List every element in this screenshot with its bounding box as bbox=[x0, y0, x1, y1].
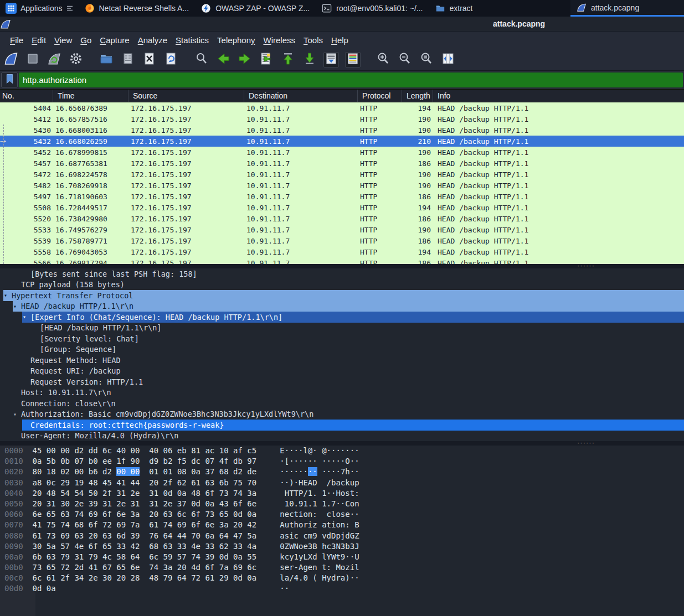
detail-row[interactable]: TCP payload (158 bytes) bbox=[0, 279, 684, 291]
expander-arrow-icon[interactable]: ▾ bbox=[3, 292, 12, 298]
close-file-button[interactable] bbox=[142, 52, 157, 68]
capture-options-button[interactable] bbox=[68, 52, 84, 68]
detail-row[interactable]: ▾Authorization: Basic cm9vdDpjdGZ0ZWNoe3… bbox=[0, 409, 684, 420]
find-packet-button[interactable] bbox=[194, 52, 209, 68]
hex-row[interactable]: 0040 20 48 54 54 50 2f 31 2e 31 0d 0a 48… bbox=[0, 488, 684, 499]
go-last-button[interactable] bbox=[302, 52, 317, 68]
hex-row[interactable]: 0060 6e 65 63 74 69 6f 6e 3a 20 63 6c 6f… bbox=[0, 509, 684, 520]
menu-analyze[interactable]: Analyze bbox=[138, 35, 167, 45]
detail-row[interactable]: Credentials: root:ctftech{passwords-r-we… bbox=[0, 420, 684, 431]
stop-capture-button[interactable] bbox=[25, 52, 40, 68]
pane-splitter-top[interactable] bbox=[0, 264, 684, 268]
hex-row[interactable]: 0000 45 00 00 d2 dd 6c 40 00 40 06 eb 81… bbox=[0, 446, 684, 456]
pane-splitter-bottom[interactable] bbox=[0, 441, 684, 446]
column-header-length[interactable]: Length bbox=[402, 90, 433, 102]
detail-row[interactable]: ▾[Expert Info (Chat/Sequence): HEAD /bac… bbox=[0, 312, 684, 323]
go-to-packet-button[interactable] bbox=[259, 52, 274, 68]
taskbar-window-wireshark[interactable]: attack.pcapng bbox=[570, 0, 684, 17]
packet-row[interactable]: 541216.657857516172.16.175.19710.91.11.7… bbox=[0, 113, 684, 125]
packet-row[interactable]: 545216.678999815172.16.175.19710.91.11.7… bbox=[0, 147, 684, 158]
column-header-protocol[interactable]: Protocol bbox=[358, 90, 402, 102]
auto-scroll-button[interactable] bbox=[323, 52, 339, 68]
packet-row-selected[interactable]: →543216.668026259172.16.175.19710.91.11.… bbox=[0, 136, 684, 147]
hex-row[interactable]: 0050 20 31 30 2e 39 31 2e 31 31 2e 37 0d… bbox=[0, 499, 684, 509]
go-back-button[interactable] bbox=[215, 52, 231, 68]
detail-row[interactable]: Request Version: HTTP/1.1 bbox=[0, 376, 684, 387]
detail-row[interactable]: ▾HEAD /backup HTTP/1.1\r\n bbox=[0, 301, 684, 312]
colorize-button[interactable] bbox=[345, 52, 361, 68]
hex-row[interactable]: 0080 61 73 69 63 20 63 6d 39 76 64 44 70… bbox=[0, 531, 684, 541]
expander-arrow-icon[interactable]: ▾ bbox=[22, 314, 30, 320]
detail-row[interactable]: ▾Hypertext Transfer Protocol bbox=[0, 290, 684, 301]
go-first-button[interactable] bbox=[280, 52, 296, 68]
column-header-destination[interactable]: Destination bbox=[244, 90, 358, 102]
close-file-icon bbox=[142, 51, 157, 68]
menu-telephony[interactable]: Telephony bbox=[217, 35, 255, 45]
hex-row[interactable]: 0030 a8 0c 29 19 48 45 41 44 20 2f 62 61… bbox=[0, 478, 684, 488]
packet-row[interactable]: 545716.687765381172.16.175.19710.91.11.7… bbox=[0, 158, 684, 169]
menu-file[interactable]: File bbox=[10, 35, 23, 45]
packet-row[interactable]: 547216.698224578172.16.175.19710.91.11.7… bbox=[0, 169, 684, 180]
detail-row[interactable]: [HEAD /backup HTTP/1.1\r\n] bbox=[0, 323, 684, 334]
hex-row[interactable]: 00b0 73 65 72 2d 41 67 65 6e 74 3a 20 4d… bbox=[0, 562, 684, 573]
open-file-button[interactable] bbox=[99, 52, 114, 68]
packet-row[interactable]: 548216.708269918172.16.175.19710.91.11.7… bbox=[0, 180, 684, 191]
menu-go[interactable]: Go bbox=[80, 35, 91, 45]
display-filter-input[interactable]: http.authorization bbox=[19, 73, 683, 87]
save-file-button[interactable] bbox=[120, 52, 136, 68]
detail-row[interactable]: [Bytes sent since last PSH flag: 158] bbox=[0, 268, 684, 279]
hex-row[interactable]: 0010 0a 5b 0b 07 b0 ee 1f 90 d9 b2 f5 dc… bbox=[0, 456, 684, 467]
zoom-out-button[interactable] bbox=[397, 52, 413, 68]
menu-help[interactable]: Help bbox=[331, 35, 348, 45]
menu-edit[interactable]: Edit bbox=[32, 35, 46, 45]
zoom-original-button[interactable] bbox=[419, 52, 434, 68]
taskbar-window-folder[interactable]: extract bbox=[429, 0, 479, 17]
menu-capture[interactable]: Capture bbox=[100, 35, 129, 45]
column-header-time[interactable]: Time bbox=[53, 90, 128, 102]
detail-row[interactable]: Request Method: HEAD bbox=[0, 355, 684, 366]
detail-row[interactable]: [Severity level: Chat] bbox=[0, 333, 684, 344]
hex-row[interactable]: 0020 80 18 02 00 b6 d2 00 00 01 01 08 0a… bbox=[0, 467, 684, 477]
resize-columns-button[interactable] bbox=[440, 52, 456, 68]
column-header-info[interactable]: Info bbox=[433, 90, 684, 102]
taskbar-window-firefox[interactable]: Netcat Reverse Shells A... bbox=[79, 0, 196, 17]
detail-row[interactable]: Host: 10.91.11.7\r\n bbox=[0, 387, 684, 398]
hex-row[interactable]: 00d0 0d 0a ·· bbox=[0, 583, 684, 594]
expander-arrow-icon[interactable]: ▾ bbox=[13, 411, 21, 417]
zoom-in-button[interactable] bbox=[376, 52, 391, 68]
expander-arrow-icon[interactable]: ▾ bbox=[13, 303, 21, 309]
packet-row[interactable]: 553916.758789771172.16.175.19710.91.11.7… bbox=[0, 235, 684, 246]
go-forward-button[interactable] bbox=[237, 52, 253, 68]
menu-view[interactable]: View bbox=[54, 35, 72, 45]
cell-info: HEAD /backup HTTP/1.1 bbox=[431, 259, 684, 265]
packet-row[interactable]: 549716.718190603172.16.175.19710.91.11.7… bbox=[0, 191, 684, 202]
packet-row[interactable]: 555816.769043053172.16.175.19710.91.11.7… bbox=[0, 246, 684, 257]
detail-row-text: Host: 10.91.11.7\r\n bbox=[21, 388, 111, 397]
column-header-no[interactable]: No. bbox=[0, 90, 53, 102]
reload-file-button[interactable] bbox=[163, 52, 179, 68]
packet-row[interactable]: 553316.749576279172.16.175.19710.91.11.7… bbox=[0, 224, 684, 235]
start-capture-button[interactable] bbox=[3, 52, 19, 68]
applications-menu[interactable]: Applications bbox=[0, 0, 79, 17]
menu-statistics[interactable]: Statistics bbox=[176, 35, 209, 45]
filter-bookmark-button[interactable] bbox=[1, 73, 18, 87]
packet-row[interactable]: 540416.656876389172.16.175.19710.91.11.7… bbox=[0, 102, 684, 113]
packet-row[interactable]: 543016.668003116172.16.175.19710.91.11.7… bbox=[0, 125, 684, 136]
detail-row[interactable]: Connection: close\r\n bbox=[0, 398, 684, 409]
detail-row[interactable]: Request URI: /backup bbox=[0, 366, 684, 377]
menu-wireless[interactable]: Wireless bbox=[264, 35, 296, 45]
cell-time: 16.769817294 bbox=[51, 259, 126, 265]
taskbar-window-terminal[interactable]: root@env005.kali01: ~/... bbox=[316, 0, 429, 17]
restart-capture-button[interactable] bbox=[47, 52, 62, 68]
menu-tools[interactable]: Tools bbox=[304, 35, 323, 45]
packet-row[interactable]: 552016.738429980172.16.175.19710.91.11.7… bbox=[0, 213, 684, 224]
window-titlebar[interactable]: attack.pcapng bbox=[0, 17, 684, 32]
taskbar-window-zap[interactable]: OWASP ZAP - OWASP Z... bbox=[195, 0, 316, 17]
hex-row[interactable]: 0090 30 5a 57 4e 6f 65 33 42 68 63 33 4e… bbox=[0, 541, 684, 552]
column-header-source[interactable]: Source bbox=[128, 90, 244, 102]
hex-row[interactable]: 00a0 6b 63 79 31 79 4c 58 64 6c 59 57 74… bbox=[0, 552, 684, 562]
hex-row[interactable]: 0070 41 75 74 68 6f 72 69 7a 61 74 69 6f… bbox=[0, 520, 684, 530]
detail-row[interactable]: [Group: Sequence] bbox=[0, 344, 684, 355]
hex-row[interactable]: 00c0 6c 61 2f 34 2e 30 20 28 48 79 64 72… bbox=[0, 573, 684, 583]
packet-row[interactable]: 550816.728449517172.16.175.19710.91.11.7… bbox=[0, 202, 684, 213]
